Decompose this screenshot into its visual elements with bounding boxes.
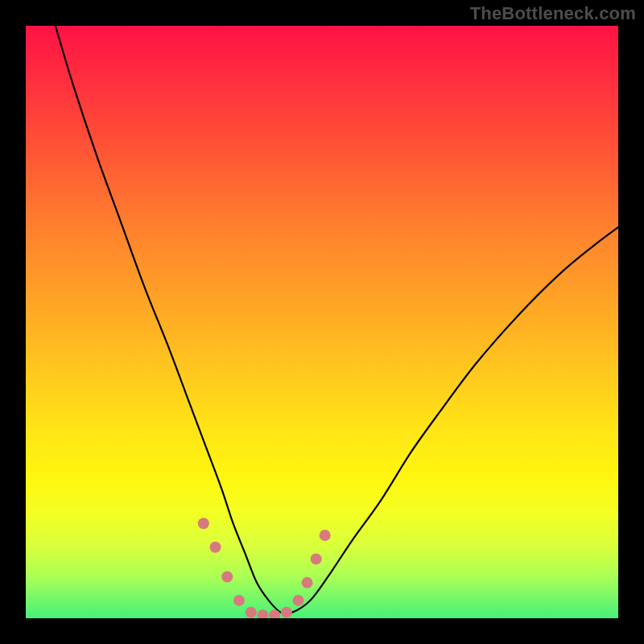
chart-frame: TheBottleneck.com — [0, 0, 644, 644]
highlight-dot — [221, 571, 233, 582]
highlight-dot — [198, 518, 209, 529]
highlight-dots — [198, 518, 331, 618]
curve-layer — [26, 26, 618, 618]
highlight-dot — [320, 530, 331, 541]
highlight-dot — [293, 595, 304, 606]
highlight-dot — [210, 542, 221, 553]
highlight-dot — [257, 609, 268, 618]
highlight-dot — [281, 607, 292, 618]
highlight-dot — [302, 577, 313, 588]
highlight-dot — [311, 553, 322, 564]
highlight-dot — [246, 607, 257, 618]
highlight-dot — [233, 595, 245, 606]
watermark-text: TheBottleneck.com — [470, 3, 636, 24]
plot-area — [26, 26, 618, 618]
bottleneck-curve — [56, 26, 618, 613]
